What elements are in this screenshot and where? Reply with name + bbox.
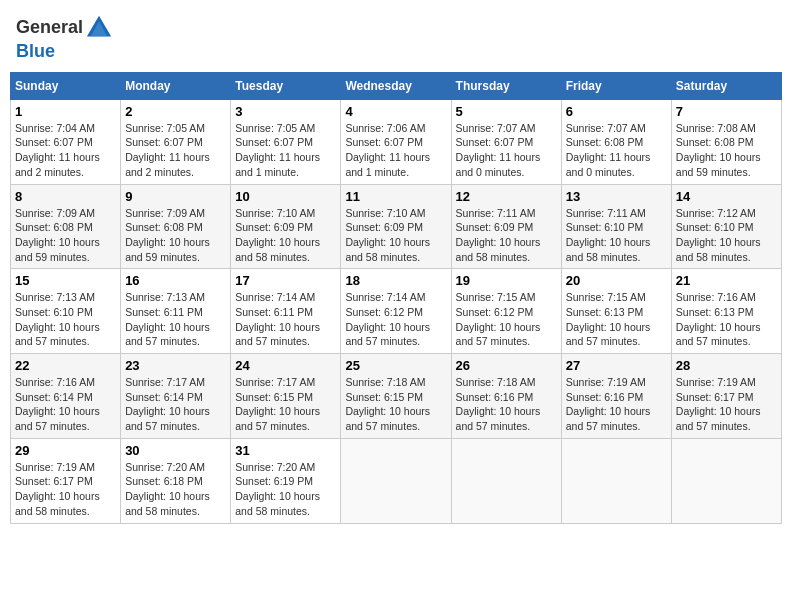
- calendar-week-row: 15 Sunrise: 7:13 AMSunset: 6:10 PMDaylig…: [11, 269, 782, 354]
- day-info: Sunrise: 7:07 AMSunset: 6:08 PMDaylight:…: [566, 121, 667, 180]
- weekday-header-row: SundayMondayTuesdayWednesdayThursdayFrid…: [11, 72, 782, 99]
- day-number: 4: [345, 104, 446, 119]
- day-number: 6: [566, 104, 667, 119]
- calendar-week-row: 29 Sunrise: 7:19 AMSunset: 6:17 PMDaylig…: [11, 438, 782, 523]
- day-number: 26: [456, 358, 557, 373]
- day-info: Sunrise: 7:18 AMSunset: 6:15 PMDaylight:…: [345, 375, 446, 434]
- calendar-day-cell: 29 Sunrise: 7:19 AMSunset: 6:17 PMDaylig…: [11, 438, 121, 523]
- calendar-day-cell: 9 Sunrise: 7:09 AMSunset: 6:08 PMDayligh…: [121, 184, 231, 269]
- day-info: Sunrise: 7:14 AMSunset: 6:12 PMDaylight:…: [345, 290, 446, 349]
- day-number: 22: [15, 358, 116, 373]
- day-info: Sunrise: 7:09 AMSunset: 6:08 PMDaylight:…: [125, 206, 226, 265]
- day-number: 7: [676, 104, 777, 119]
- day-number: 17: [235, 273, 336, 288]
- day-info: Sunrise: 7:05 AMSunset: 6:07 PMDaylight:…: [235, 121, 336, 180]
- logo-blue: Blue: [16, 41, 55, 61]
- day-number: 8: [15, 189, 116, 204]
- day-number: 30: [125, 443, 226, 458]
- day-info: Sunrise: 7:14 AMSunset: 6:11 PMDaylight:…: [235, 290, 336, 349]
- calendar-body: 1 Sunrise: 7:04 AMSunset: 6:07 PMDayligh…: [11, 99, 782, 523]
- day-info: Sunrise: 7:11 AMSunset: 6:09 PMDaylight:…: [456, 206, 557, 265]
- day-number: 28: [676, 358, 777, 373]
- calendar-day-cell: 24 Sunrise: 7:17 AMSunset: 6:15 PMDaylig…: [231, 354, 341, 439]
- day-info: Sunrise: 7:19 AMSunset: 6:16 PMDaylight:…: [566, 375, 667, 434]
- day-number: 9: [125, 189, 226, 204]
- day-info: Sunrise: 7:13 AMSunset: 6:11 PMDaylight:…: [125, 290, 226, 349]
- calendar-day-cell: 21 Sunrise: 7:16 AMSunset: 6:13 PMDaylig…: [671, 269, 781, 354]
- calendar-day-cell: 16 Sunrise: 7:13 AMSunset: 6:11 PMDaylig…: [121, 269, 231, 354]
- calendar-day-cell: 31 Sunrise: 7:20 AMSunset: 6:19 PMDaylig…: [231, 438, 341, 523]
- day-number: 11: [345, 189, 446, 204]
- day-number: 1: [15, 104, 116, 119]
- day-number: 21: [676, 273, 777, 288]
- day-info: Sunrise: 7:08 AMSunset: 6:08 PMDaylight:…: [676, 121, 777, 180]
- calendar-day-cell: 26 Sunrise: 7:18 AMSunset: 6:16 PMDaylig…: [451, 354, 561, 439]
- day-number: 18: [345, 273, 446, 288]
- calendar-day-cell: 19 Sunrise: 7:15 AMSunset: 6:12 PMDaylig…: [451, 269, 561, 354]
- day-info: Sunrise: 7:05 AMSunset: 6:07 PMDaylight:…: [125, 121, 226, 180]
- calendar-day-cell: 4 Sunrise: 7:06 AMSunset: 6:07 PMDayligh…: [341, 99, 451, 184]
- day-info: Sunrise: 7:13 AMSunset: 6:10 PMDaylight:…: [15, 290, 116, 349]
- weekday-label: Sunday: [11, 72, 121, 99]
- calendar-day-cell: [451, 438, 561, 523]
- weekday-label: Friday: [561, 72, 671, 99]
- calendar-day-cell: [341, 438, 451, 523]
- calendar-day-cell: 23 Sunrise: 7:17 AMSunset: 6:14 PMDaylig…: [121, 354, 231, 439]
- calendar-day-cell: 15 Sunrise: 7:13 AMSunset: 6:10 PMDaylig…: [11, 269, 121, 354]
- weekday-label: Saturday: [671, 72, 781, 99]
- day-number: 14: [676, 189, 777, 204]
- day-info: Sunrise: 7:09 AMSunset: 6:08 PMDaylight:…: [15, 206, 116, 265]
- day-info: Sunrise: 7:17 AMSunset: 6:14 PMDaylight:…: [125, 375, 226, 434]
- calendar-week-row: 8 Sunrise: 7:09 AMSunset: 6:08 PMDayligh…: [11, 184, 782, 269]
- day-info: Sunrise: 7:19 AMSunset: 6:17 PMDaylight:…: [676, 375, 777, 434]
- day-number: 3: [235, 104, 336, 119]
- calendar-day-cell: 1 Sunrise: 7:04 AMSunset: 6:07 PMDayligh…: [11, 99, 121, 184]
- day-number: 19: [456, 273, 557, 288]
- day-number: 12: [456, 189, 557, 204]
- logo-general: General: [16, 17, 83, 37]
- calendar-day-cell: 6 Sunrise: 7:07 AMSunset: 6:08 PMDayligh…: [561, 99, 671, 184]
- day-number: 29: [15, 443, 116, 458]
- day-info: Sunrise: 7:10 AMSunset: 6:09 PMDaylight:…: [235, 206, 336, 265]
- day-info: Sunrise: 7:11 AMSunset: 6:10 PMDaylight:…: [566, 206, 667, 265]
- day-info: Sunrise: 7:16 AMSunset: 6:14 PMDaylight:…: [15, 375, 116, 434]
- page-header: General Blue: [10, 10, 782, 66]
- calendar-day-cell: 11 Sunrise: 7:10 AMSunset: 6:09 PMDaylig…: [341, 184, 451, 269]
- day-info: Sunrise: 7:20 AMSunset: 6:18 PMDaylight:…: [125, 460, 226, 519]
- day-number: 5: [456, 104, 557, 119]
- day-number: 16: [125, 273, 226, 288]
- day-info: Sunrise: 7:12 AMSunset: 6:10 PMDaylight:…: [676, 206, 777, 265]
- day-info: Sunrise: 7:07 AMSunset: 6:07 PMDaylight:…: [456, 121, 557, 180]
- calendar-day-cell: 18 Sunrise: 7:14 AMSunset: 6:12 PMDaylig…: [341, 269, 451, 354]
- day-number: 25: [345, 358, 446, 373]
- day-info: Sunrise: 7:16 AMSunset: 6:13 PMDaylight:…: [676, 290, 777, 349]
- calendar-day-cell: 14 Sunrise: 7:12 AMSunset: 6:10 PMDaylig…: [671, 184, 781, 269]
- weekday-label: Thursday: [451, 72, 561, 99]
- day-number: 10: [235, 189, 336, 204]
- calendar-day-cell: 25 Sunrise: 7:18 AMSunset: 6:15 PMDaylig…: [341, 354, 451, 439]
- calendar-day-cell: 7 Sunrise: 7:08 AMSunset: 6:08 PMDayligh…: [671, 99, 781, 184]
- day-info: Sunrise: 7:06 AMSunset: 6:07 PMDaylight:…: [345, 121, 446, 180]
- logo: General Blue: [16, 14, 113, 62]
- weekday-label: Wednesday: [341, 72, 451, 99]
- calendar-day-cell: [561, 438, 671, 523]
- calendar-day-cell: 27 Sunrise: 7:19 AMSunset: 6:16 PMDaylig…: [561, 354, 671, 439]
- day-number: 23: [125, 358, 226, 373]
- day-number: 15: [15, 273, 116, 288]
- day-info: Sunrise: 7:17 AMSunset: 6:15 PMDaylight:…: [235, 375, 336, 434]
- day-info: Sunrise: 7:18 AMSunset: 6:16 PMDaylight:…: [456, 375, 557, 434]
- calendar-table: SundayMondayTuesdayWednesdayThursdayFrid…: [10, 72, 782, 524]
- calendar-day-cell: 17 Sunrise: 7:14 AMSunset: 6:11 PMDaylig…: [231, 269, 341, 354]
- day-info: Sunrise: 7:10 AMSunset: 6:09 PMDaylight:…: [345, 206, 446, 265]
- day-info: Sunrise: 7:15 AMSunset: 6:12 PMDaylight:…: [456, 290, 557, 349]
- day-info: Sunrise: 7:20 AMSunset: 6:19 PMDaylight:…: [235, 460, 336, 519]
- calendar-day-cell: 5 Sunrise: 7:07 AMSunset: 6:07 PMDayligh…: [451, 99, 561, 184]
- calendar-day-cell: 12 Sunrise: 7:11 AMSunset: 6:09 PMDaylig…: [451, 184, 561, 269]
- day-info: Sunrise: 7:04 AMSunset: 6:07 PMDaylight:…: [15, 121, 116, 180]
- day-number: 20: [566, 273, 667, 288]
- calendar-day-cell: 22 Sunrise: 7:16 AMSunset: 6:14 PMDaylig…: [11, 354, 121, 439]
- calendar-day-cell: 13 Sunrise: 7:11 AMSunset: 6:10 PMDaylig…: [561, 184, 671, 269]
- calendar-day-cell: [671, 438, 781, 523]
- calendar-week-row: 1 Sunrise: 7:04 AMSunset: 6:07 PMDayligh…: [11, 99, 782, 184]
- calendar-day-cell: 2 Sunrise: 7:05 AMSunset: 6:07 PMDayligh…: [121, 99, 231, 184]
